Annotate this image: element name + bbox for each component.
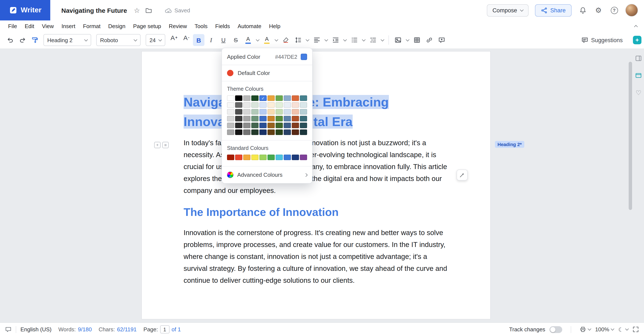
theme-swatch[interactable]	[292, 130, 299, 135]
standard-swatch[interactable]	[276, 154, 283, 160]
theme-swatch[interactable]	[276, 96, 283, 101]
preview-window-icon[interactable]	[635, 72, 642, 79]
format-painter-button[interactable]	[29, 34, 40, 46]
theme-swatch[interactable]	[235, 109, 242, 114]
menu-file[interactable]: File	[4, 21, 21, 31]
highlight-dropdown-arrow[interactable]	[274, 34, 279, 46]
theme-swatch[interactable]	[243, 102, 250, 108]
theme-swatch[interactable]	[276, 123, 283, 128]
theme-swatch[interactable]	[260, 102, 267, 108]
menu-view[interactable]: View	[38, 21, 58, 31]
undo-button[interactable]	[4, 34, 16, 46]
theme-swatch[interactable]	[276, 116, 283, 121]
line-spacing-button[interactable]	[292, 34, 304, 46]
block-options-icon[interactable]: ≡	[162, 142, 169, 148]
theme-swatch[interactable]	[227, 130, 234, 135]
menu-edit[interactable]: Edit	[21, 21, 38, 31]
zia-assistant-icon[interactable]	[633, 36, 642, 44]
theme-swatch[interactable]	[227, 102, 234, 108]
insert-comment-button[interactable]	[436, 34, 447, 46]
menu-insert[interactable]: Insert	[58, 21, 79, 31]
vertical-scrollbar[interactable]	[629, 62, 632, 210]
word-count[interactable]: Words: 9/180	[58, 326, 92, 332]
standard-swatch[interactable]	[227, 154, 234, 160]
collapse-toolbar-icon[interactable]	[635, 22, 637, 30]
theme-swatch[interactable]	[268, 116, 275, 121]
theme-swatch[interactable]	[292, 123, 299, 128]
strikethrough-button[interactable]: S	[230, 34, 242, 46]
theme-swatch[interactable]	[235, 102, 242, 108]
theme-swatch[interactable]	[276, 130, 283, 135]
theme-swatch[interactable]	[300, 102, 307, 108]
theme-swatch[interactable]	[243, 130, 250, 135]
share-button[interactable]: Share	[535, 4, 572, 16]
theme-swatch[interactable]	[227, 109, 234, 114]
favorites-heart-icon[interactable]: ♡	[636, 89, 642, 97]
theme-swatch[interactable]	[260, 130, 267, 135]
user-avatar[interactable]	[625, 4, 638, 16]
theme-swatch[interactable]	[284, 123, 291, 128]
doc-paragraph-2[interactable]: Innovation is the cornerstone of progres…	[184, 226, 448, 286]
theme-swatch[interactable]	[260, 116, 267, 121]
suggestions-button[interactable]: Suggestions	[581, 36, 623, 44]
theme-swatch[interactable]	[300, 96, 307, 101]
underline-button[interactable]: U	[218, 34, 229, 46]
clear-formatting-button[interactable]	[280, 34, 291, 46]
theme-swatch[interactable]	[251, 123, 258, 128]
bullet-list-dropdown-arrow[interactable]	[361, 34, 366, 46]
highlight-color-button[interactable]: A	[261, 34, 272, 46]
font-color-button[interactable]: A	[242, 34, 254, 46]
theme-swatch[interactable]	[300, 109, 307, 114]
menu-help[interactable]: Help	[265, 21, 284, 31]
theme-swatch[interactable]	[260, 123, 267, 128]
increase-font-button[interactable]: A+	[168, 34, 180, 46]
theme-swatch-selected[interactable]: ✓	[260, 96, 267, 101]
font-family-select[interactable]: Roboto	[96, 34, 140, 46]
theme-swatch[interactable]	[292, 96, 299, 101]
notifications-bell-icon[interactable]	[578, 6, 587, 15]
theme-swatch[interactable]	[243, 109, 250, 114]
theme-swatch[interactable]	[300, 130, 307, 135]
fullscreen-button[interactable]	[632, 326, 639, 332]
theme-swatch[interactable]	[251, 130, 258, 135]
theme-swatch[interactable]	[251, 102, 258, 108]
theme-swatch[interactable]	[243, 116, 250, 121]
track-changes-toggle[interactable]	[550, 326, 562, 333]
theme-swatch[interactable]	[292, 116, 299, 121]
paragraph-style-select[interactable]: Heading 2	[44, 34, 91, 46]
standard-swatch[interactable]	[260, 154, 267, 160]
quick-tools-button[interactable]	[456, 170, 468, 180]
comments-bubble-icon[interactable]	[5, 326, 12, 332]
theme-swatch[interactable]	[251, 116, 258, 121]
font-size-select[interactable]: 24	[146, 34, 165, 46]
help-icon[interactable]: ?	[610, 6, 619, 15]
advanced-colours-row[interactable]: Advanced Colours	[222, 166, 312, 183]
theme-swatch[interactable]	[227, 123, 234, 128]
theme-swatch[interactable]	[284, 130, 291, 135]
multilevel-list-dropdown-arrow[interactable]	[380, 34, 385, 46]
indent-dropdown-arrow[interactable]	[342, 34, 348, 46]
default-color-row[interactable]: Default Color	[222, 65, 312, 81]
theme-swatch[interactable]	[243, 96, 250, 101]
theme-swatch[interactable]	[268, 123, 275, 128]
theme-swatch[interactable]	[260, 109, 267, 114]
standard-swatch[interactable]	[251, 154, 258, 160]
theme-swatch[interactable]	[227, 96, 234, 101]
writer-logo[interactable]: Writer	[0, 0, 50, 20]
insert-link-button[interactable]	[423, 34, 435, 46]
theme-swatch[interactable]	[300, 116, 307, 121]
standard-swatch[interactable]	[268, 154, 275, 160]
theme-swatch[interactable]	[243, 123, 250, 128]
menu-page-setup[interactable]: Page setup	[129, 21, 165, 31]
line-spacing-dropdown-arrow[interactable]	[304, 34, 310, 46]
theme-swatch[interactable]	[284, 102, 291, 108]
theme-swatch[interactable]	[292, 109, 299, 114]
align-button[interactable]	[311, 34, 322, 46]
menu-fields[interactable]: Fields	[211, 21, 234, 31]
theme-swatch[interactable]	[284, 109, 291, 114]
theme-swatch[interactable]	[268, 96, 275, 101]
insert-table-button[interactable]	[411, 34, 422, 46]
theme-swatch[interactable]	[251, 109, 258, 114]
theme-swatch[interactable]	[284, 96, 291, 101]
menu-automate[interactable]: Automate	[234, 21, 265, 31]
